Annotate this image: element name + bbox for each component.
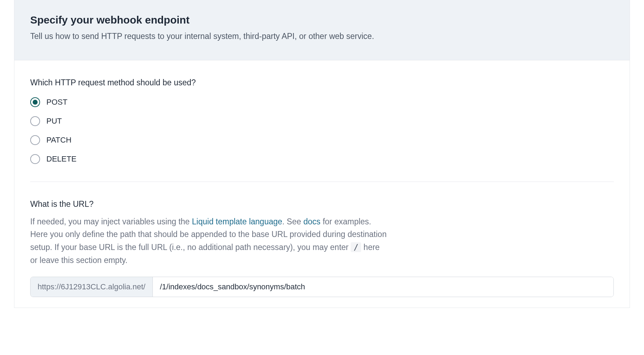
- radio-circle-icon: [30, 135, 40, 145]
- liquid-template-link[interactable]: Liquid template language: [192, 217, 282, 226]
- radio-label: DELETE: [46, 155, 77, 164]
- docs-link[interactable]: docs: [303, 217, 320, 226]
- radio-label: POST: [46, 98, 67, 107]
- desc-text: . See: [282, 217, 303, 226]
- page-title: Specify your webhook endpoint: [30, 14, 614, 26]
- url-description: If needed, you may inject variables usin…: [30, 215, 389, 267]
- http-method-section: Which HTTP request method should be used…: [30, 78, 614, 164]
- slash-code: /: [351, 242, 361, 252]
- desc-text: If needed, you may inject variables usin…: [30, 217, 192, 226]
- header-section: Specify your webhook endpoint Tell us ho…: [14, 0, 630, 60]
- url-question: What is the URL?: [30, 199, 614, 209]
- radio-option-patch[interactable]: PATCH: [30, 135, 614, 145]
- radio-option-delete[interactable]: DELETE: [30, 154, 614, 164]
- http-method-question: Which HTTP request method should be used…: [30, 78, 614, 87]
- url-input-group: https://6J12913CLC.algolia.net/: [30, 277, 614, 297]
- radio-circle-icon: [30, 154, 40, 164]
- url-section: What is the URL? If needed, you may inje…: [30, 199, 614, 297]
- url-path-input[interactable]: [153, 277, 613, 297]
- radio-label: PATCH: [46, 136, 71, 145]
- section-divider: [30, 182, 614, 182]
- radio-circle-icon: [30, 97, 40, 107]
- page-description: Tell us how to send HTTP requests to you…: [30, 30, 614, 42]
- url-prefix-label: https://6J12913CLC.algolia.net/: [31, 277, 153, 297]
- radio-circle-icon: [30, 116, 40, 126]
- http-method-radio-group: POST PUT PATCH: [30, 97, 614, 164]
- radio-option-put[interactable]: PUT: [30, 116, 614, 126]
- radio-option-post[interactable]: POST: [30, 97, 614, 107]
- radio-label: PUT: [46, 117, 62, 126]
